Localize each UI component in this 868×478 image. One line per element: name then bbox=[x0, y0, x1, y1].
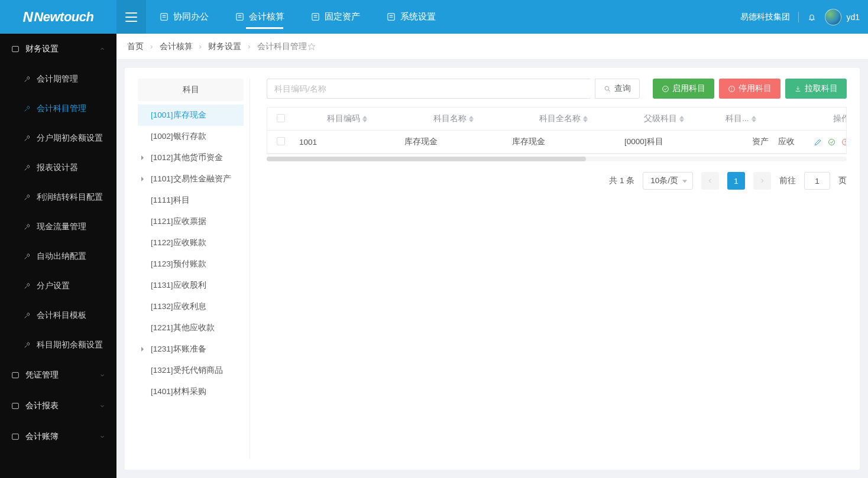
chevron-down-icon bbox=[99, 433, 106, 440]
sidebar-item[interactable]: 利润结转科目配置 bbox=[0, 183, 116, 212]
tree-item[interactable]: [1001]库存现金 bbox=[138, 105, 244, 126]
logo-mark-icon: N bbox=[23, 9, 33, 25]
tree-item[interactable]: [1002]银行存款 bbox=[138, 126, 244, 147]
module-icon bbox=[310, 12, 320, 22]
table: 科目编码 科目名称 科目全名称 父级科目 科目... 操作 bbox=[267, 107, 847, 154]
wrench-icon bbox=[22, 105, 31, 113]
topnav-item[interactable]: 固定资产 bbox=[297, 0, 373, 34]
search-button[interactable]: 查询 bbox=[595, 79, 640, 99]
sidebar-item[interactable]: 自动出纳配置 bbox=[0, 242, 116, 271]
sidebar-group-head[interactable]: 会计账簿 bbox=[0, 421, 116, 452]
topnav-item[interactable]: 会计核算 bbox=[222, 0, 297, 34]
caret-right-icon bbox=[141, 155, 144, 160]
table-row: 1001库存现金库存现金[0000]科目资产应收 bbox=[267, 131, 847, 154]
tree-item[interactable]: [1321]受托代销商品 bbox=[138, 360, 244, 381]
goto-input[interactable] bbox=[804, 172, 830, 190]
folder-icon bbox=[11, 370, 20, 380]
th-code[interactable]: 科目编码 bbox=[327, 113, 360, 124]
th-name[interactable]: 科目名称 bbox=[433, 113, 467, 124]
star-icon[interactable] bbox=[307, 42, 316, 51]
sort-icon[interactable] bbox=[752, 116, 756, 122]
tree-item[interactable]: [1123]预付账款 bbox=[138, 253, 244, 275]
select-all-checkbox[interactable] bbox=[277, 114, 285, 122]
topnav-item[interactable]: 系统设置 bbox=[373, 0, 449, 34]
wrench-icon bbox=[22, 164, 31, 173]
tree-item[interactable]: [1111]科目 bbox=[138, 190, 244, 211]
sort-icon[interactable] bbox=[583, 116, 588, 122]
breadcrumb-item[interactable]: 首页 bbox=[127, 41, 144, 52]
chevron-right-icon: › bbox=[199, 42, 202, 51]
tree-item[interactable]: [1401]材料采购 bbox=[138, 381, 244, 402]
search-input[interactable] bbox=[267, 79, 590, 99]
org-name[interactable]: 易德科技集团 bbox=[740, 12, 799, 22]
breadcrumb: 首页›会计核算›财务设置›会计科目管理 bbox=[116, 34, 868, 60]
svg-point-9 bbox=[663, 86, 669, 92]
right-panel: 查询 启用科目 停用科目 bbox=[267, 79, 847, 459]
sort-icon[interactable] bbox=[679, 116, 684, 122]
sort-icon[interactable] bbox=[362, 116, 367, 122]
sidebar-item[interactable]: 现金流量管理 bbox=[0, 212, 116, 242]
goto-label-pre: 前往 bbox=[779, 175, 796, 186]
wrench-icon bbox=[22, 282, 31, 291]
tree-item[interactable]: [1131]应收股利 bbox=[138, 275, 244, 296]
tree-item[interactable]: [1121]应收票据 bbox=[138, 211, 244, 232]
row-checkbox[interactable] bbox=[277, 137, 285, 145]
alert-circle-icon bbox=[728, 85, 736, 93]
sidebar-group-head[interactable]: 会计报表 bbox=[0, 391, 116, 421]
sidebar-item[interactable]: 分户期初余额设置 bbox=[0, 123, 116, 153]
sidebar-item[interactable]: 会计科目管理 bbox=[0, 94, 116, 123]
svg-rect-3 bbox=[388, 14, 394, 20]
top-right: 易德科技集团 yd1 bbox=[740, 9, 868, 25]
breadcrumb-item[interactable]: 会计核算 bbox=[160, 41, 193, 52]
th-type[interactable]: 科目... bbox=[726, 113, 749, 124]
svg-rect-4 bbox=[12, 46, 19, 51]
sidebar-item[interactable]: 分户设置 bbox=[0, 271, 116, 301]
chevron-up-icon bbox=[99, 45, 106, 53]
bell-icon[interactable] bbox=[807, 12, 817, 22]
module-icon bbox=[235, 12, 245, 22]
module-icon bbox=[386, 12, 396, 22]
tree-item[interactable]: [1012]其他货币资金 bbox=[138, 147, 244, 168]
tree-item[interactable]: [1122]应收账款 bbox=[138, 232, 244, 253]
sidebar-item[interactable]: 科目期初余额设置 bbox=[0, 330, 116, 360]
th-fullname[interactable]: 科目全名称 bbox=[539, 113, 581, 124]
wrench-icon bbox=[22, 223, 31, 232]
tree-item[interactable]: [1231]坏账准备 bbox=[138, 339, 244, 360]
check-circle-icon[interactable] bbox=[827, 138, 836, 147]
disable-button-label: 停用科目 bbox=[739, 83, 772, 94]
edit-icon[interactable] bbox=[814, 138, 822, 147]
user-menu[interactable]: yd1 bbox=[825, 9, 860, 25]
enable-button[interactable]: 启用科目 bbox=[653, 79, 714, 99]
svg-point-8 bbox=[605, 86, 608, 90]
download-icon bbox=[794, 85, 802, 93]
th-parent[interactable]: 父级科目 bbox=[644, 113, 677, 124]
sidebar-item[interactable]: 会计科目模板 bbox=[0, 301, 116, 330]
pull-button[interactable]: 拉取科目 bbox=[785, 79, 847, 99]
next-page[interactable] bbox=[753, 172, 771, 190]
enable-button-label: 启用科目 bbox=[672, 83, 705, 94]
breadcrumb-item[interactable]: 财务设置 bbox=[208, 41, 241, 52]
disable-button[interactable]: 停用科目 bbox=[719, 79, 780, 99]
sidebar-item[interactable]: 会计期管理 bbox=[0, 64, 116, 94]
tree-item[interactable]: [1221]其他应收款 bbox=[138, 317, 244, 339]
prev-page[interactable] bbox=[701, 172, 719, 190]
sidebar-toggle[interactable] bbox=[116, 0, 146, 34]
topnav-item[interactable]: 协同办公 bbox=[146, 0, 222, 34]
tree-item[interactable]: [1132]应收利息 bbox=[138, 296, 244, 317]
tree-item[interactable]: [1101]交易性金融资产 bbox=[138, 168, 244, 190]
svg-rect-2 bbox=[312, 14, 319, 20]
svg-rect-1 bbox=[237, 14, 243, 20]
sidebar-group-head[interactable]: 财务设置 bbox=[0, 34, 116, 64]
sidebar-item[interactable]: 报表设计器 bbox=[0, 153, 116, 183]
sort-icon[interactable] bbox=[469, 116, 474, 122]
sidebar-group-head[interactable]: 凭证管理 bbox=[0, 360, 116, 391]
page-size-select[interactable]: 10条/页 bbox=[643, 172, 693, 190]
chevron-left-icon bbox=[707, 178, 713, 184]
folder-icon bbox=[11, 44, 20, 54]
table-horizontal-scrollbar[interactable] bbox=[267, 157, 847, 161]
alert-circle-icon[interactable] bbox=[841, 138, 847, 147]
page-number[interactable]: 1 bbox=[727, 172, 745, 190]
wrench-icon bbox=[22, 134, 31, 143]
pagination: 共 1 条 10条/页 1 前往 页 bbox=[267, 172, 847, 190]
svg-point-13 bbox=[829, 139, 835, 145]
